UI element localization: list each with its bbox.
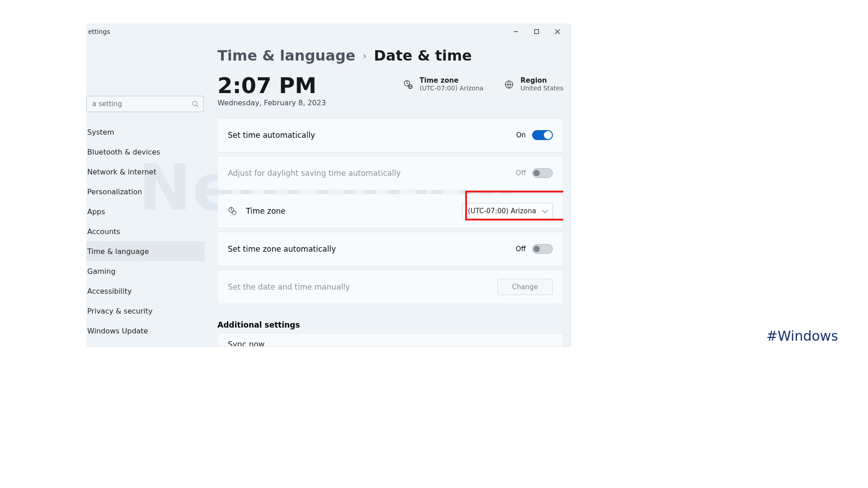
toggle-state: Off bbox=[516, 245, 526, 253]
chevron-right-icon: › bbox=[363, 50, 367, 61]
summary-pills: Time zone (UTC-07:00) Arizona Region Uni… bbox=[403, 77, 563, 92]
timezone-pill[interactable]: Time zone (UTC-07:00) Arizona bbox=[403, 77, 483, 92]
sidebar-item-personalization[interactable]: Personalization bbox=[86, 182, 205, 202]
toggle-set-time-auto[interactable] bbox=[532, 130, 553, 140]
row-label: Set time zone automatically bbox=[228, 244, 336, 253]
current-date: Wednesday, February 8, 2023 bbox=[217, 99, 326, 107]
row-label: Set time automatically bbox=[228, 131, 315, 140]
region-pill-value: United States bbox=[520, 84, 563, 92]
breadcrumb-parent[interactable]: Time & language bbox=[217, 47, 355, 64]
search-icon bbox=[192, 100, 199, 108]
main-content: Time & language › Date & time 2:07 PM We… bbox=[217, 43, 563, 346]
row-label: Set the date and time manually bbox=[228, 282, 350, 291]
sidebar-item-privacy[interactable]: Privacy & security bbox=[86, 301, 205, 321]
settings-window: NeuronVM ettings bbox=[86, 23, 571, 347]
timezone-select[interactable]: (UTC-07:00) Arizona bbox=[462, 203, 553, 219]
sidebar-item-time-language[interactable]: Time & language bbox=[86, 241, 205, 261]
row-label: Time zone bbox=[246, 206, 286, 216]
globe-icon bbox=[504, 80, 514, 89]
region-pill-label: Region bbox=[520, 77, 563, 84]
sidebar-item-update[interactable]: Windows Update bbox=[86, 321, 205, 341]
region-pill[interactable]: Region United States bbox=[504, 77, 563, 92]
toggle-set-tz-auto[interactable] bbox=[532, 244, 553, 254]
close-icon bbox=[555, 29, 560, 34]
sidebar-item-accounts[interactable]: Accounts bbox=[86, 221, 205, 241]
change-button: Change bbox=[497, 279, 553, 295]
window-title: ettings bbox=[88, 28, 110, 35]
clock-globe-icon bbox=[403, 80, 413, 89]
close-button[interactable] bbox=[547, 24, 568, 39]
maximize-icon bbox=[534, 29, 539, 34]
window-titlebar: ettings bbox=[86, 23, 571, 40]
sidebar-item-accessibility[interactable]: Accessibility bbox=[86, 281, 205, 301]
timezone-select-value: (UTC-07:00) Arizona bbox=[468, 207, 536, 215]
row-label: Sync now bbox=[228, 340, 264, 346]
window-controls bbox=[505, 24, 568, 39]
sidebar-item-system[interactable]: System bbox=[86, 122, 205, 142]
timezone-pill-value: (UTC-07:00) Arizona bbox=[420, 84, 483, 92]
additional-settings-title: Additional settings bbox=[217, 320, 563, 329]
breadcrumb: Time & language › Date & time bbox=[217, 47, 563, 64]
toggle-dst-auto bbox=[532, 168, 553, 178]
sidebar-item-apps[interactable]: Apps bbox=[86, 202, 205, 221]
sidebar-nav: System Bluetooth & devices Network & int… bbox=[86, 122, 205, 341]
row-set-manual: Set the date and time manually Change bbox=[217, 270, 563, 304]
hero-row: 2:07 PM Wednesday, February 8, 2023 Time… bbox=[217, 74, 563, 107]
timezone-pill-label: Time zone bbox=[420, 77, 483, 84]
sidebar-item-bluetooth[interactable]: Bluetooth & devices bbox=[86, 142, 205, 162]
svg-point-6 bbox=[232, 211, 236, 215]
row-label: Adjust for daylight saving time automati… bbox=[228, 169, 401, 178]
sidebar-item-gaming[interactable]: Gaming bbox=[86, 261, 205, 281]
row-timezone: Time zone (UTC-07:00) Arizona bbox=[217, 194, 563, 228]
sidebar-item-network[interactable]: Network & internet bbox=[86, 162, 205, 182]
row-sync-now: Sync now bbox=[217, 333, 563, 346]
toggle-state: On bbox=[516, 131, 526, 139]
clock-globe-icon bbox=[228, 206, 237, 216]
row-set-time-auto: Set time automatically On bbox=[217, 118, 563, 152]
search-input[interactable] bbox=[91, 99, 192, 108]
minimize-icon bbox=[513, 29, 519, 34]
current-time: 2:07 PM bbox=[217, 74, 326, 97]
settings-list: Set time automatically On Adjust for day… bbox=[217, 118, 563, 308]
svg-rect-0 bbox=[535, 30, 539, 34]
sidebar: System Bluetooth & devices Network & int… bbox=[86, 40, 207, 346]
hashtag-label: #Windows bbox=[766, 328, 838, 344]
row-dst-auto: Adjust for daylight saving time automati… bbox=[217, 156, 563, 190]
row-set-tz-auto: Set time zone automatically Off bbox=[217, 232, 563, 266]
toggle-state: Off bbox=[516, 169, 526, 177]
svg-point-1 bbox=[193, 101, 197, 106]
minimize-button[interactable] bbox=[505, 24, 526, 39]
maximize-button[interactable] bbox=[526, 24, 547, 39]
search-box[interactable] bbox=[86, 96, 204, 112]
breadcrumb-current: Date & time bbox=[374, 47, 472, 64]
clock-block: 2:07 PM Wednesday, February 8, 2023 bbox=[217, 74, 326, 107]
